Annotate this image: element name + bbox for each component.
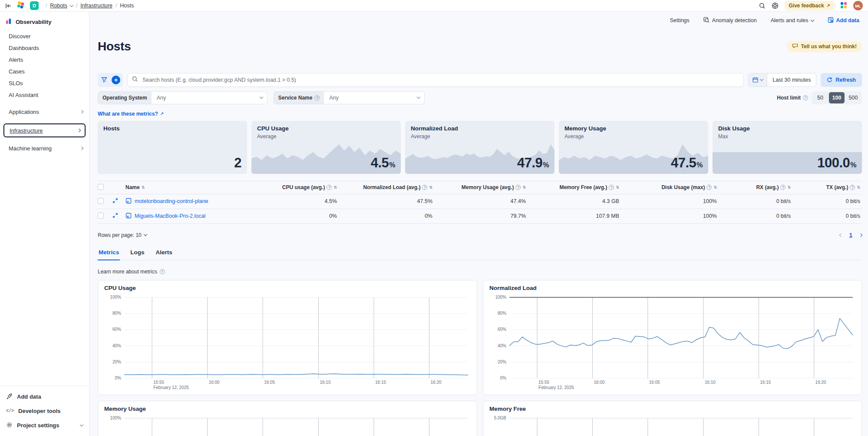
info-icon[interactable] bbox=[327, 185, 332, 190]
info-icon[interactable] bbox=[422, 185, 427, 190]
sort-icon[interactable] bbox=[522, 185, 526, 190]
sort-icon[interactable] bbox=[616, 185, 619, 190]
sidebar-item-slos[interactable]: SLOs bbox=[0, 77, 89, 89]
sort-icon[interactable] bbox=[713, 185, 717, 190]
refresh-button[interactable]: Refresh bbox=[821, 73, 862, 87]
time-range-button[interactable]: Last 30 minutes bbox=[767, 77, 816, 83]
info-icon[interactable] bbox=[706, 185, 712, 190]
column-cpu-usage[interactable]: CPU usage (avg.) bbox=[263, 184, 339, 190]
row-checkbox[interactable] bbox=[98, 213, 104, 219]
collapse-nav-icon[interactable] bbox=[5, 3, 12, 9]
host-name-link[interactable]: Miguels-MacBook-Pro-2.local bbox=[135, 213, 205, 219]
sidebar-item-alerts[interactable]: Alerts bbox=[0, 54, 89, 66]
host-limit-500-button[interactable]: 500 bbox=[845, 92, 861, 103]
chevron-down-icon[interactable] bbox=[70, 3, 73, 7]
info-icon[interactable] bbox=[515, 185, 521, 190]
breadcrumb-infrastructure[interactable]: Infrastructure bbox=[80, 3, 112, 9]
select-all-checkbox[interactable] bbox=[98, 184, 104, 190]
sidebar-item-discover[interactable]: Discover bbox=[0, 30, 89, 42]
project-badge[interactable]: D bbox=[30, 1, 39, 10]
sort-icon[interactable] bbox=[333, 185, 337, 190]
svg-text:100%: 100% bbox=[110, 416, 121, 420]
info-icon[interactable] bbox=[609, 185, 614, 190]
rows-per-page-label: Rows per page: 10 bbox=[98, 232, 142, 238]
tell-us-feedback-button[interactable]: Tell us what you think! bbox=[787, 41, 862, 52]
svg-text:40%: 40% bbox=[112, 343, 121, 348]
sort-icon[interactable] bbox=[857, 185, 860, 190]
cpu-usage-chart[interactable]: 0%20%40%60%80%100%15:55February 12, 2025… bbox=[104, 293, 471, 392]
kpi-hosts[interactable]: Hosts 2 bbox=[98, 121, 247, 174]
learn-more-metrics-link[interactable]: Learn more about metrics bbox=[98, 269, 165, 275]
tab-metrics[interactable]: Metrics bbox=[98, 246, 120, 260]
info-icon[interactable] bbox=[850, 185, 855, 190]
normalized-load-chart[interactable]: 0%20%40%60%80%100%15:55February 12, 2025… bbox=[489, 293, 855, 392]
info-icon[interactable] bbox=[314, 95, 320, 100]
memory-free-chart[interactable]: 5.0GB bbox=[489, 414, 855, 436]
info-icon[interactable] bbox=[780, 185, 785, 190]
elastic-logo-icon[interactable] bbox=[16, 1, 26, 11]
tab-logs[interactable]: Logs bbox=[129, 246, 145, 260]
sidebar-group-applications[interactable]: Applications bbox=[0, 105, 89, 118]
table-header-row: Name CPU usage (avg.) Normalized Load (a… bbox=[98, 181, 862, 194]
kpi-value: 47.5 bbox=[671, 155, 696, 171]
column-rx[interactable]: RX (avg.) bbox=[719, 184, 792, 190]
sort-icon[interactable] bbox=[429, 185, 432, 190]
add-data-label: Add data bbox=[836, 17, 859, 23]
load-cell: 47.5% bbox=[339, 198, 434, 204]
sort-icon[interactable] bbox=[787, 185, 791, 190]
column-tx[interactable]: TX (avg.) bbox=[792, 184, 862, 190]
help-icon[interactable] bbox=[772, 2, 779, 9]
search-icon[interactable] bbox=[759, 3, 766, 9]
svg-text:5.0GB: 5.0GB bbox=[494, 416, 507, 420]
anomaly-detection-button[interactable]: Anomaly detection bbox=[701, 17, 759, 25]
sidebar-group-machine-learning[interactable]: Machine learning bbox=[0, 142, 89, 155]
previous-page-icon[interactable] bbox=[840, 234, 842, 236]
search-input[interactable] bbox=[142, 77, 739, 83]
column-normalized-load[interactable]: Normalized Load (avg.) bbox=[339, 184, 434, 190]
sidebar-add-data[interactable]: Add data bbox=[0, 389, 89, 404]
row-checkbox[interactable] bbox=[98, 198, 104, 204]
memory-usage-chart[interactable]: 100% bbox=[104, 414, 471, 436]
page-1-button[interactable]: 1 bbox=[849, 232, 852, 238]
sidebar-project-settings[interactable]: Project settings bbox=[0, 418, 89, 433]
sidebar-developer-tools[interactable]: </> Developer tools bbox=[0, 404, 89, 418]
sidebar-item-cases[interactable]: Cases bbox=[0, 66, 89, 77]
next-page-icon[interactable] bbox=[859, 234, 862, 236]
avatar[interactable]: ML bbox=[853, 1, 863, 10]
sidebar-group-infrastructure[interactable]: Infrastructure bbox=[3, 123, 86, 137]
service-name-select[interactable]: Service Name Any bbox=[274, 91, 425, 104]
settings-label: Settings bbox=[670, 17, 690, 23]
what-are-these-metrics-link[interactable]: What are these metrics? bbox=[98, 111, 164, 117]
rows-per-page-button[interactable]: Rows per page: 10 bbox=[98, 232, 147, 238]
expand-row-icon[interactable] bbox=[112, 213, 125, 220]
info-icon[interactable] bbox=[803, 95, 808, 100]
table-row: Miguels-MacBook-Pro-2.local 0% 0% 79.7% … bbox=[98, 209, 862, 224]
settings-button[interactable]: Settings bbox=[667, 17, 692, 24]
kpi-normalized-load[interactable]: Normalized Load Average 47.9% bbox=[405, 121, 554, 174]
sidebar-item-ai-assistant[interactable]: AI Assistant bbox=[0, 89, 89, 101]
apps-grid-icon[interactable] bbox=[840, 2, 847, 10]
kpi-value: 47.9 bbox=[517, 155, 542, 171]
column-disk-usage[interactable]: Disk Usage (max) bbox=[621, 184, 719, 190]
operating-system-select[interactable]: Operating System Any bbox=[98, 91, 267, 104]
add-data-button[interactable]: Add data bbox=[825, 17, 862, 25]
host-limit-100-button[interactable]: 100 bbox=[829, 92, 845, 103]
filter-funnel-icon[interactable] bbox=[100, 76, 108, 83]
alerts-and-rules-button[interactable]: Alerts and rules bbox=[768, 17, 816, 24]
calendar-icon[interactable] bbox=[749, 73, 767, 87]
host-name-link[interactable]: motelonboarding-control-plane bbox=[135, 198, 208, 204]
column-name[interactable]: Name bbox=[125, 184, 263, 190]
kpi-disk-usage[interactable]: Disk Usage Max 100.0% bbox=[713, 121, 862, 174]
breadcrumb-robots[interactable]: Robots bbox=[50, 3, 67, 9]
give-feedback-button[interactable]: Give feedback bbox=[785, 1, 834, 10]
host-limit-50-button[interactable]: 50 bbox=[812, 92, 828, 103]
kpi-memory-usage[interactable]: Memory Usage Average 47.5% bbox=[559, 121, 708, 174]
add-filter-button[interactable]: + bbox=[112, 76, 120, 84]
column-memory-free[interactable]: Memory Free (avg.) bbox=[528, 184, 621, 190]
sort-icon[interactable] bbox=[142, 185, 145, 190]
expand-row-icon[interactable] bbox=[112, 198, 125, 205]
tab-alerts[interactable]: Alerts bbox=[155, 246, 173, 260]
sidebar-item-dashboards[interactable]: Dashboards bbox=[0, 42, 89, 54]
column-memory-usage[interactable]: Memory Usage (avg.) bbox=[434, 184, 528, 190]
kpi-cpu-usage[interactable]: CPU Usage Average 4.5% bbox=[251, 121, 401, 174]
